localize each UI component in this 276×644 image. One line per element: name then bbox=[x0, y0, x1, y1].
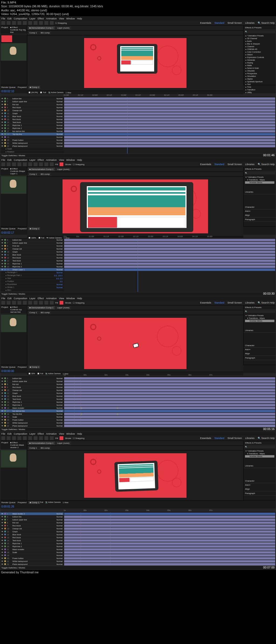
layer-color[interactable] bbox=[4, 139, 6, 141]
visibility-icon[interactable]: 👁 bbox=[1, 540, 3, 541]
visibility-icon[interactable]: 👁 bbox=[1, 563, 3, 565]
layer-color[interactable] bbox=[4, 522, 6, 523]
layer-row[interactable]: 👁19Normal bbox=[0, 136, 64, 139]
breadcrumb[interactable]: Comp 1 bbox=[28, 311, 39, 314]
composition-viewer[interactable] bbox=[27, 315, 243, 372]
tool-icon[interactable] bbox=[34, 301, 37, 305]
comp-tab-main[interactable]: ■ Demonstration Comp 1 bbox=[28, 441, 55, 445]
layer-row[interactable]: 👁8First dotNormal bbox=[0, 244, 64, 247]
tool-icon[interactable] bbox=[39, 162, 43, 166]
tool-icon[interactable] bbox=[23, 21, 27, 25]
tool-icon[interactable] bbox=[34, 436, 37, 440]
breadcrumb[interactable]: Comp 1 bbox=[28, 172, 39, 176]
tool-icon[interactable] bbox=[23, 301, 27, 305]
tool-icon[interactable] bbox=[34, 162, 37, 166]
track-area[interactable] bbox=[64, 512, 276, 566]
character-panel[interactable]: Character bbox=[244, 479, 276, 483]
tool-icon[interactable] bbox=[23, 436, 27, 440]
track-row[interactable] bbox=[64, 413, 276, 415]
layer-color[interactable] bbox=[4, 404, 6, 406]
property-row[interactable]: ▸ RoundnessNormal bbox=[0, 283, 64, 286]
resolution[interactable]: 🔲 Full bbox=[37, 373, 43, 375]
tool-icon[interactable] bbox=[18, 162, 21, 166]
layer-bar[interactable] bbox=[64, 106, 275, 109]
layer-color[interactable] bbox=[4, 115, 6, 117]
visibility-icon[interactable]: 👁 bbox=[1, 386, 3, 388]
layer-color[interactable] bbox=[4, 239, 6, 241]
layer-color[interactable] bbox=[4, 107, 6, 108]
layer-bar[interactable] bbox=[64, 100, 275, 103]
layer-color[interactable] bbox=[4, 145, 6, 147]
composition-viewer[interactable] bbox=[27, 451, 243, 500]
layer-bar[interactable] bbox=[64, 265, 275, 268]
menu-layer[interactable]: Layer bbox=[29, 17, 36, 20]
layer-row[interactable]: 👁11GraphNormal bbox=[0, 112, 64, 115]
comp-tab-main[interactable]: ■ Demonstration Comp 1 bbox=[28, 168, 55, 171]
layer-row[interactable]: 👁9Red blockNormal bbox=[0, 106, 64, 109]
effects-presets-panel[interactable]: Effects & Presets bbox=[244, 167, 276, 171]
visibility-icon[interactable]: 👁 bbox=[1, 383, 3, 385]
track-row[interactable] bbox=[64, 421, 276, 424]
preset-search[interactable]: 🔍 bbox=[244, 310, 275, 313]
layer-bar[interactable] bbox=[64, 513, 275, 515]
layer-color[interactable] bbox=[4, 395, 6, 397]
menu-window[interactable]: Window bbox=[66, 297, 75, 300]
menu-view[interactable]: View bbox=[59, 159, 64, 161]
visibility-icon[interactable]: 👁 bbox=[1, 266, 3, 268]
layer-row[interactable]: 👁15Right line 1Normal bbox=[0, 542, 64, 545]
effects-presets-panel[interactable]: Effects & Presets bbox=[244, 441, 276, 445]
layer-row[interactable]: 👁6bottom lineNormal bbox=[0, 515, 64, 518]
menu-composition[interactable]: Composition bbox=[14, 297, 27, 300]
track-row[interactable] bbox=[64, 265, 276, 268]
track-row[interactable] bbox=[64, 418, 276, 421]
fill-label[interactable]: Fill bbox=[55, 163, 58, 166]
layer-bar[interactable] bbox=[64, 545, 275, 548]
visibility-icon[interactable]: 👁 bbox=[1, 251, 3, 253]
layer-color[interactable] bbox=[4, 386, 6, 388]
track-row[interactable] bbox=[64, 389, 276, 392]
visibility-icon[interactable]: 👁 bbox=[1, 543, 3, 544]
layer-row[interactable]: 👁6bottom lineNormal bbox=[0, 377, 64, 380]
track-row[interactable] bbox=[64, 259, 276, 262]
property-row[interactable]: ▸ Rectangle Path 10.0, 120.0 bbox=[0, 274, 64, 277]
layer-bar[interactable] bbox=[64, 389, 275, 391]
tool-icon[interactable] bbox=[7, 21, 11, 25]
layer-color[interactable] bbox=[4, 257, 6, 258]
visibility-icon[interactable]: 👁 bbox=[1, 263, 3, 265]
preset-category[interactable]: ▸ Channel bbox=[245, 45, 274, 48]
fill-label[interactable]: Fill bbox=[55, 437, 58, 439]
render-queue-tab[interactable]: Render Queue bbox=[1, 501, 15, 504]
layer-row[interactable]: 👁16Mask revealerNormal bbox=[0, 407, 64, 410]
layer-row[interactable]: 👁22iPads backgroundNormal bbox=[0, 145, 64, 148]
track-row[interactable] bbox=[64, 127, 276, 130]
preset-category[interactable]: ▸ Simulation bbox=[245, 75, 274, 78]
effect-controls-tab[interactable]: ■ Effect Controls top narrow line bbox=[9, 305, 27, 314]
comp-thumbnail[interactable] bbox=[1, 35, 12, 42]
layer-color[interactable] bbox=[4, 531, 6, 532]
fill-swatch[interactable] bbox=[60, 436, 63, 440]
tool-icon[interactable] bbox=[23, 162, 27, 166]
layer-color[interactable] bbox=[4, 528, 6, 529]
snapping-toggle[interactable]: ☐ Snapping bbox=[73, 302, 84, 304]
visibility-icon[interactable]: 👁 bbox=[1, 537, 3, 539]
layer-color[interactable] bbox=[4, 407, 6, 409]
layer-row[interactable]: 👁12Red blockNormal bbox=[0, 256, 64, 259]
track-row[interactable] bbox=[64, 124, 276, 127]
tool-icon[interactable] bbox=[7, 162, 11, 166]
layer-bar[interactable] bbox=[64, 548, 275, 551]
camera-select[interactable]: 📷 Active Camera bbox=[48, 91, 63, 94]
track-row[interactable] bbox=[64, 554, 276, 557]
preset-category[interactable]: ▸ Audio bbox=[245, 40, 274, 43]
effects-presets-panel[interactable]: Effects & Presets bbox=[244, 26, 276, 30]
menu-animation[interactable]: Animation bbox=[46, 159, 57, 161]
visibility-icon[interactable]: 👁 bbox=[1, 522, 3, 524]
preset-category[interactable]: ▸ Color Correction bbox=[245, 51, 274, 53]
tool-icon[interactable] bbox=[1, 301, 5, 305]
paragraph-panel[interactable]: Align bbox=[244, 487, 276, 491]
layer-bar[interactable] bbox=[64, 527, 275, 530]
layer-bar[interactable] bbox=[64, 422, 275, 424]
fill-swatch[interactable] bbox=[60, 162, 63, 166]
tool-icon[interactable] bbox=[50, 21, 54, 25]
visibility-icon[interactable]: 👁 bbox=[1, 101, 3, 103]
project-tab[interactable]: Project bbox=[0, 26, 9, 34]
